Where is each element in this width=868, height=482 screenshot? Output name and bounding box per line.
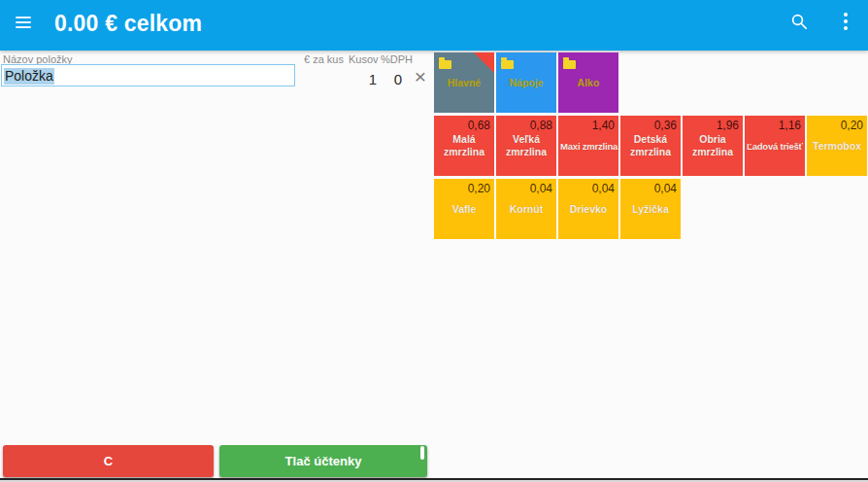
tile-label: Drievko: [560, 203, 617, 216]
tile-ladova-triest[interactable]: 1,16Ľadová triešť: [745, 116, 805, 176]
item-name-selected-text: Položka: [4, 68, 54, 85]
tile-price: 1,96: [717, 119, 739, 132]
tile-kornut[interactable]: 0,04Kornút: [496, 179, 556, 239]
tile-price: 0,20: [468, 182, 490, 195]
item-name-input[interactable]: Položka: [1, 64, 295, 86]
tile-label: Termobox: [809, 140, 865, 153]
corner-triangle-icon: [474, 52, 494, 73]
tile-drievko[interactable]: 0,04Drievko: [558, 179, 618, 239]
tile-hlavne[interactable]: Hlavné: [434, 52, 494, 113]
tile-label: Nápoje: [498, 77, 554, 89]
quantity-value[interactable]: 1: [348, 71, 377, 87]
vat-value[interactable]: 0: [375, 71, 402, 87]
clear-button[interactable]: C: [3, 445, 214, 477]
tile-price: 1,40: [592, 119, 615, 132]
tile-napoje[interactable]: Nápoje: [496, 52, 556, 113]
quantity-header: Kusov: [349, 53, 379, 65]
tile-label: Obria zmrzlina: [684, 133, 741, 158]
tile-price: 0,88: [530, 119, 552, 132]
tile-label: Lyžička: [622, 203, 679, 216]
total-amount-title: 0.00 € celkom: [54, 11, 202, 37]
tile-price: 1,16: [779, 119, 801, 132]
tile-price: 0,36: [654, 119, 677, 132]
price-per-unit-header: € za kus: [304, 53, 344, 65]
tile-alko[interactable]: Alko: [558, 52, 618, 113]
tile-label: Veľká zmrzlina: [498, 133, 554, 158]
overflow-menu-icon[interactable]: [844, 13, 848, 33]
tile-label: Hlavné: [436, 77, 492, 89]
hamburger-menu-icon[interactable]: [16, 17, 31, 31]
search-icon[interactable]: [790, 13, 808, 30]
clear-item-icon[interactable]: ×: [412, 67, 429, 86]
tile-vafle[interactable]: 0,20Vafle: [434, 179, 494, 239]
tile-label: Detská zmrzlina: [622, 133, 679, 158]
folder-icon: [439, 60, 451, 69]
tile-velka-zmrzlina[interactable]: 0,88Veľká zmrzlina: [496, 116, 556, 176]
pos-app-screen: 0.00 € celkom Názov položky € za kus Kus…: [0, 0, 868, 482]
tile-price: 0,68: [468, 119, 490, 132]
tile-label: Ľadová triešť: [747, 140, 803, 153]
folder-icon: [563, 60, 576, 69]
vat-header: %DPH: [381, 53, 413, 65]
tile-lyzicka[interactable]: 0,04Lyžička: [620, 179, 681, 239]
tile-price: 0,20: [841, 119, 863, 132]
tile-label: Kornút: [498, 203, 554, 216]
tile-mala-zmrzlina[interactable]: 0,68Malá zmrzlina: [434, 116, 494, 176]
tile-price: 0,04: [654, 182, 677, 195]
scrollbar-thumb[interactable]: [420, 446, 424, 460]
app-bar: 0.00 € celkom: [0, 0, 868, 51]
tile-price: 0,04: [530, 182, 552, 195]
print-receipt-button[interactable]: Tlač účtenky: [219, 445, 427, 477]
tile-label: Vafle: [436, 203, 492, 216]
tile-label: Maxi zmrzlina: [560, 140, 617, 153]
tile-label: Malá zmrzlina: [436, 133, 492, 158]
tile-detska-zmrzlina[interactable]: 0,36Detská zmrzlina: [620, 116, 681, 176]
folder-icon: [501, 60, 514, 69]
tile-label: Alko: [560, 77, 617, 89]
tile-maxi-zmrzlina[interactable]: 1,40Maxi zmrzlina: [558, 116, 618, 176]
tile-obria-zmrzlina[interactable]: 1,96Obria zmrzlina: [683, 116, 743, 176]
tile-price: 0,04: [592, 182, 615, 195]
tile-termobox[interactable]: 0,20Termobox: [807, 116, 867, 176]
